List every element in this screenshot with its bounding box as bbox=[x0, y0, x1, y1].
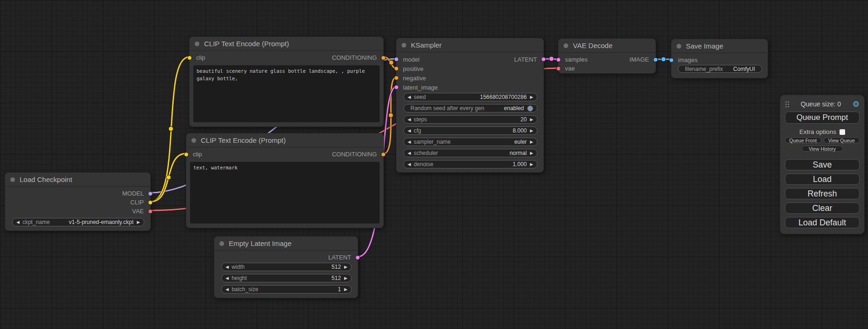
clip-input-pin[interactable] bbox=[184, 152, 189, 157]
widget-height[interactable]: ◀ height 512 ▶ bbox=[221, 274, 352, 282]
widget-label: batch_size bbox=[232, 286, 258, 293]
link-clip-to-positive-wire[interactable] bbox=[151, 57, 189, 202]
widget-cfg[interactable]: ◀ cfg 8.000 ▶ bbox=[403, 126, 537, 135]
increment-arrow-icon[interactable]: ▶ bbox=[530, 95, 533, 99]
increment-arrow-icon[interactable]: ▶ bbox=[137, 220, 140, 224]
conditioning-output-pin[interactable] bbox=[381, 152, 386, 157]
widget-random-seed-toggle[interactable]: Random seed after every gen enabled bbox=[403, 104, 537, 112]
node-title: KSampler bbox=[411, 41, 442, 49]
decrement-arrow-icon[interactable]: ◀ bbox=[408, 118, 411, 122]
decrement-arrow-icon[interactable]: ◀ bbox=[408, 162, 411, 167]
node-title-bar[interactable]: Empty Latent Image bbox=[214, 237, 358, 251]
collapse-dot-icon[interactable] bbox=[677, 44, 681, 49]
increment-arrow-icon[interactable]: ▶ bbox=[344, 287, 347, 292]
decrement-arrow-icon[interactable]: ◀ bbox=[16, 220, 20, 224]
widget-filename-prefix[interactable]: filename_prefix ComfyUI bbox=[678, 65, 762, 73]
node-title-bar[interactable]: Save Image bbox=[671, 39, 768, 53]
view-history-button[interactable]: View History bbox=[802, 146, 843, 152]
increment-arrow-icon[interactable]: ▶ bbox=[344, 265, 347, 269]
save-button[interactable]: Save bbox=[785, 159, 860, 170]
widget-scheduler[interactable]: ◀ scheduler normal ▶ bbox=[403, 149, 537, 157]
load-button[interactable]: Load bbox=[785, 174, 860, 185]
image-output-pin[interactable] bbox=[653, 57, 658, 62]
images-input-pin[interactable] bbox=[669, 58, 674, 63]
collapse-dot-icon[interactable] bbox=[195, 42, 199, 46]
clip-output-pin[interactable] bbox=[148, 200, 153, 205]
toggle-indicator[interactable] bbox=[527, 105, 533, 112]
decrement-arrow-icon[interactable]: ◀ bbox=[226, 265, 229, 269]
positive-input-pin[interactable] bbox=[394, 66, 399, 71]
collapse-dot-icon[interactable] bbox=[564, 43, 568, 48]
increment-arrow-icon[interactable]: ▶ bbox=[530, 129, 533, 133]
widget-seed[interactable]: ◀ seed 156680208700286 ▶ bbox=[403, 93, 537, 101]
widget-value: euler bbox=[514, 139, 527, 145]
latent-output-pin[interactable] bbox=[355, 255, 360, 260]
node-ksampler[interactable]: KSampler model LATENT positive negative … bbox=[396, 38, 544, 173]
latent-image-input-pin[interactable] bbox=[394, 85, 399, 90]
node-save-image[interactable]: Save Image images filename_prefix ComfyU… bbox=[671, 39, 768, 78]
queue-prompt-button[interactable]: Queue Prompt bbox=[785, 112, 860, 124]
widget-value: 156680208700286 bbox=[480, 94, 527, 100]
collapse-dot-icon[interactable] bbox=[10, 177, 15, 182]
node-empty-latent-image[interactable]: Empty Latent Image LATENT ◀ width 512 ▶ … bbox=[214, 236, 358, 298]
node-title: Empty Latent Image bbox=[229, 239, 291, 247]
extra-options-checkbox[interactable] bbox=[840, 129, 845, 135]
decrement-arrow-icon[interactable]: ◀ bbox=[408, 140, 411, 144]
clear-button[interactable]: Clear bbox=[785, 203, 860, 214]
model-output-pin[interactable] bbox=[148, 191, 153, 196]
negative-input-pin[interactable] bbox=[394, 76, 399, 80]
widget-width[interactable]: ◀ width 512 ▶ bbox=[221, 263, 352, 271]
comfyui-node-graph-canvas[interactable]: { "colors": { "model": "#b3a1de", "clip"… bbox=[0, 0, 868, 329]
node-title-bar[interactable]: CLIP Text Encode (Prompt) bbox=[190, 37, 383, 51]
increment-arrow-icon[interactable]: ▶ bbox=[530, 162, 533, 167]
node-clip-text-encode-positive[interactable]: CLIP Text Encode (Prompt) clip CONDITION… bbox=[189, 36, 384, 127]
increment-arrow-icon[interactable]: ▶ bbox=[530, 140, 533, 144]
gear-icon[interactable]: ⚙ bbox=[853, 100, 860, 108]
widget-sampler-name[interactable]: ◀ sampler_name euler ▶ bbox=[403, 138, 537, 146]
vae-output-pin[interactable] bbox=[148, 209, 153, 214]
vae-input-pin[interactable] bbox=[556, 66, 561, 71]
widget-steps[interactable]: ◀ steps 20 ▶ bbox=[403, 115, 537, 124]
queue-front-button[interactable]: Queue Front bbox=[785, 137, 821, 143]
node-title-bar[interactable]: Load Checkpoint bbox=[5, 173, 150, 187]
collapse-dot-icon[interactable] bbox=[191, 138, 196, 143]
decrement-arrow-icon[interactable]: ◀ bbox=[226, 276, 229, 280]
clip-input-pin[interactable] bbox=[187, 56, 192, 60]
decrement-arrow-icon[interactable]: ◀ bbox=[226, 287, 229, 292]
node-title-bar[interactable]: KSampler bbox=[396, 38, 543, 52]
conditioning-output-pin[interactable] bbox=[381, 56, 386, 60]
decrement-arrow-icon[interactable]: ◀ bbox=[408, 95, 411, 99]
prompt-text-area[interactable]: beautiful scenery nature glass bottle la… bbox=[193, 65, 380, 122]
samples-input-pin[interactable] bbox=[556, 57, 561, 62]
node-title-bar[interactable]: VAE Decode bbox=[558, 39, 656, 53]
increment-arrow-icon[interactable]: ▶ bbox=[344, 276, 347, 280]
widget-label: ckpt_name bbox=[22, 219, 50, 225]
collapse-dot-icon[interactable] bbox=[402, 43, 406, 48]
drag-handle-icon[interactable] bbox=[785, 101, 789, 108]
node-load-checkpoint[interactable]: Load Checkpoint MODEL CLIP VAE ◀ ckpt_na… bbox=[5, 172, 151, 231]
widget-denoise[interactable]: ◀ denoise 1.000 ▶ bbox=[403, 160, 537, 168]
increment-arrow-icon[interactable]: ▶ bbox=[530, 151, 533, 155]
load-default-button[interactable]: Load Default bbox=[785, 217, 860, 228]
slot-label: IMAGE bbox=[629, 56, 649, 63]
widget-value: enabled bbox=[504, 105, 524, 112]
collapse-dot-icon[interactable] bbox=[219, 241, 224, 246]
latent-output-pin[interactable] bbox=[541, 57, 546, 62]
node-title-bar[interactable]: CLIP Text Encode (Prompt) bbox=[186, 133, 383, 147]
extra-options-row: Extra options bbox=[785, 128, 860, 135]
queue-small-buttons-row: Queue Front View Queue bbox=[785, 137, 860, 143]
prompt-text-area[interactable]: text, watermark bbox=[190, 162, 380, 224]
slot-row: clip CONDITIONING bbox=[190, 53, 383, 62]
decrement-arrow-icon[interactable]: ◀ bbox=[408, 129, 411, 133]
increment-arrow-icon[interactable]: ▶ bbox=[530, 118, 533, 122]
widget-ckpt-name[interactable]: ◀ ckpt_name v1-5-pruned-emaonly.ckpt ▶ bbox=[12, 218, 144, 226]
view-queue-button[interactable]: View Queue bbox=[824, 137, 860, 143]
queue-panel[interactable]: Queue size: 0 ⚙ Queue Prompt Extra optio… bbox=[780, 95, 865, 234]
node-vae-decode[interactable]: VAE Decode samples IMAGE vae bbox=[558, 38, 656, 74]
widget-batch-size[interactable]: ◀ batch_size 1 ▶ bbox=[221, 285, 352, 294]
model-input-pin[interactable] bbox=[394, 57, 399, 62]
decrement-arrow-icon[interactable]: ◀ bbox=[408, 151, 411, 155]
slot-label: LATENT bbox=[328, 254, 351, 261]
refresh-button[interactable]: Refresh bbox=[785, 188, 860, 199]
node-clip-text-encode-negative[interactable]: CLIP Text Encode (Prompt) clip CONDITION… bbox=[186, 133, 384, 228]
